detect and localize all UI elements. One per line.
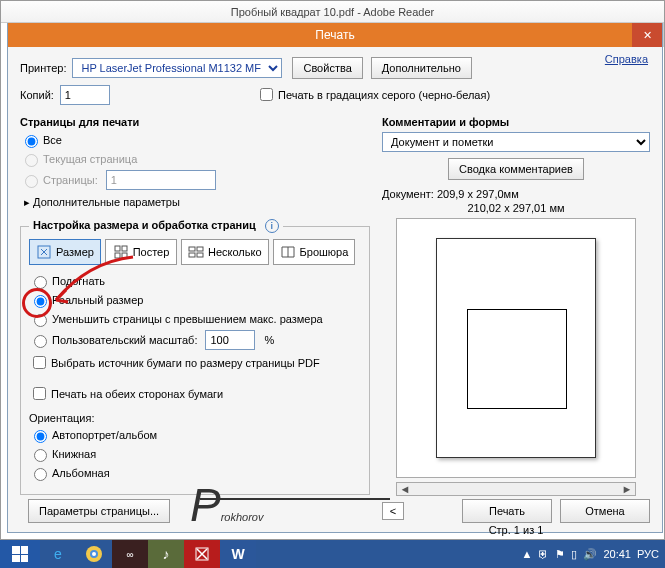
shrink-label: Уменьшить страницы с превышением макс. р…	[52, 313, 323, 325]
choose-source-label: Выбрать источник бумаги по размеру стран…	[51, 357, 320, 369]
preview-content	[467, 309, 567, 409]
properties-button[interactable]: Свойства	[292, 57, 362, 79]
grayscale-label: Печать в градациях серого (черно-белая)	[278, 89, 490, 101]
pages-current-label: Текущая страница	[43, 153, 137, 165]
svg-rect-7	[189, 253, 195, 257]
orient-portrait-radio[interactable]	[34, 449, 47, 462]
tray-network-icon[interactable]: ▯	[571, 548, 577, 561]
pages-current-radio	[25, 154, 38, 167]
pages-all-label: Все	[43, 134, 62, 146]
taskbar: e ∞ ♪ W ▲ ⛨ ⚑ ▯ 🔊 20:41 РУС	[0, 540, 665, 568]
custom-scale-input[interactable]	[205, 330, 255, 350]
preview-size-label: 210,02 x 297,01 мм	[382, 202, 650, 214]
custom-scale-radio[interactable]	[34, 335, 47, 348]
close-icon: ✕	[643, 29, 652, 42]
printer-label: Принтер:	[20, 62, 66, 74]
pages-group-title: Страницы для печати	[20, 116, 370, 128]
help-link[interactable]: Справка	[605, 53, 648, 65]
summarize-comments-button[interactable]: Сводка комментариев	[448, 158, 584, 180]
orient-landscape-label: Альбомная	[52, 467, 110, 479]
svg-rect-4	[122, 253, 127, 258]
poster-icon	[113, 244, 129, 260]
svg-rect-1	[115, 246, 120, 251]
grayscale-checkbox[interactable]	[260, 88, 273, 101]
percent-label: %	[264, 334, 274, 346]
fit-label: Подогнать	[52, 275, 105, 287]
svg-point-11	[92, 552, 96, 556]
orient-auto-radio[interactable]	[34, 430, 47, 443]
svg-rect-2	[122, 246, 127, 251]
duplex-checkbox[interactable]	[33, 387, 46, 400]
comments-group-title: Комментарии и формы	[382, 116, 650, 128]
orient-landscape-radio[interactable]	[34, 468, 47, 481]
more-options-toggle[interactable]: ▸ Дополнительные параметры	[24, 196, 370, 209]
tray-flag-icon[interactable]: ⚑	[555, 548, 565, 561]
fit-radio[interactable]	[34, 276, 47, 289]
custom-scale-label: Пользовательский масштаб:	[52, 334, 197, 346]
tray-shield-icon[interactable]: ⛨	[538, 548, 549, 560]
taskbar-app-icon[interactable]: ♪	[148, 540, 184, 568]
tab-booklet[interactable]: Брошюра	[273, 239, 356, 265]
svg-rect-8	[197, 253, 203, 257]
tray-up-icon[interactable]: ▲	[522, 548, 533, 560]
sizing-group: Настройка размера и обработка страниц i …	[20, 219, 370, 495]
duplex-label: Печать на обеих сторонах бумаги	[51, 388, 223, 400]
tray-clock[interactable]: 20:41	[603, 548, 631, 560]
chrome-icon	[85, 545, 103, 563]
multiple-icon	[188, 244, 204, 260]
watermark-line	[200, 498, 390, 500]
orient-auto-label: Автопортрет/альбом	[52, 429, 157, 441]
tray-volume-icon[interactable]: 🔊	[583, 548, 597, 561]
app-title: Пробный квадрат 10.pdf - Adobe Reader	[231, 6, 434, 18]
actual-size-radio[interactable]	[34, 295, 47, 308]
taskbar-ie-icon[interactable]: e	[40, 540, 76, 568]
dialog-title: Печать	[8, 23, 662, 47]
tab-poster[interactable]: Постер	[105, 239, 177, 265]
system-tray: ▲ ⛨ ⚑ ▯ 🔊 20:41 РУС	[522, 548, 665, 561]
pages-all-radio[interactable]	[25, 135, 38, 148]
pdf-icon	[195, 547, 209, 561]
print-button[interactable]: Печать	[462, 499, 552, 523]
info-icon[interactable]: i	[265, 219, 279, 233]
preview-page	[436, 238, 596, 458]
pages-range-radio	[25, 175, 38, 188]
print-dialog: Печать ✕ Справка Принтер: HP LaserJet Pr…	[7, 23, 663, 533]
advanced-button[interactable]: Дополнительно	[371, 57, 472, 79]
document-size-label: Документ: 209,9 x 297,0мм	[382, 188, 650, 200]
actual-size-label: Реальный размер	[52, 294, 143, 306]
taskbar-chrome-icon[interactable]	[76, 540, 112, 568]
comments-select[interactable]: Документ и пометки	[382, 132, 650, 152]
sizing-legend: Настройка размера и обработка страниц i	[29, 219, 283, 233]
pages-range-label: Страницы:	[43, 174, 98, 186]
printer-select[interactable]: HP LaserJet Professional M1132 MFP	[72, 58, 282, 78]
taskbar-reader-icon[interactable]	[184, 540, 220, 568]
orient-portrait-label: Книжная	[52, 448, 96, 460]
windows-logo-icon	[12, 546, 28, 562]
start-button[interactable]	[0, 540, 40, 568]
tab-size[interactable]: Размер	[29, 239, 101, 265]
copies-label: Копий:	[20, 89, 54, 101]
taskbar-word-icon[interactable]: W	[220, 540, 256, 568]
app-window: Пробный квадрат 10.pdf - Adobe Reader ОМ…	[0, 0, 665, 540]
print-preview	[396, 218, 636, 478]
copies-input[interactable]	[60, 85, 110, 105]
svg-rect-6	[197, 247, 203, 251]
svg-rect-3	[115, 253, 120, 258]
shrink-radio[interactable]	[34, 314, 47, 327]
taskbar-cc-icon[interactable]: ∞	[112, 540, 148, 568]
booklet-icon	[280, 244, 296, 260]
choose-source-checkbox[interactable]	[33, 356, 46, 369]
tab-multiple[interactable]: Несколько	[181, 239, 269, 265]
cancel-button[interactable]: Отмена	[560, 499, 650, 523]
page-setup-button[interactable]: Параметры страницы...	[28, 499, 170, 523]
close-button[interactable]: ✕	[632, 23, 662, 47]
app-titlebar: Пробный квадрат 10.pdf - Adobe Reader	[1, 1, 664, 23]
tray-lang[interactable]: РУС	[637, 548, 659, 560]
size-icon	[36, 244, 52, 260]
pages-range-input	[106, 170, 216, 190]
svg-rect-5	[189, 247, 195, 251]
orientation-label: Ориентация:	[29, 412, 361, 424]
